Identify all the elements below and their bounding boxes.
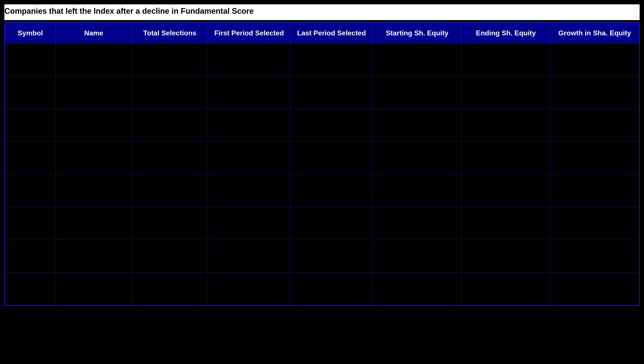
cell-last_period: [290, 142, 373, 174]
cell-growth_equity: [550, 142, 639, 174]
cell-growth_equity: [550, 207, 639, 240]
cell-starting_equity: [373, 174, 462, 207]
cell-growth_equity: [550, 240, 639, 273]
cell-total_selections: [132, 76, 208, 109]
cell-last_period: [290, 109, 373, 142]
cell-symbol: [5, 207, 56, 240]
cell-symbol: [5, 142, 56, 174]
table-header-row: Symbol Name Total Selections First Perio…: [5, 23, 639, 44]
cell-growth_equity: [550, 109, 639, 142]
table-row: [5, 240, 639, 273]
cell-starting_equity: [373, 240, 462, 273]
cell-total_selections: [132, 240, 208, 273]
cell-starting_equity: [373, 142, 462, 174]
cell-ending_equity: [462, 273, 550, 306]
cell-name: [56, 240, 132, 273]
col-header-ending-equity: Ending Sh. Equity: [462, 23, 550, 44]
cell-starting_equity: [373, 207, 462, 240]
table-row: [5, 142, 639, 174]
cell-total_selections: [132, 174, 208, 207]
cell-symbol: [5, 273, 56, 306]
cell-first_period: [208, 76, 290, 109]
cell-ending_equity: [462, 174, 550, 207]
cell-last_period: [290, 76, 373, 109]
col-header-growth-equity: Growth in Sha. Equity: [550, 23, 639, 44]
cell-name: [56, 273, 132, 306]
col-header-first-period: First Period Selected: [208, 23, 290, 44]
table-row: [5, 273, 639, 306]
col-header-symbol: Symbol: [5, 23, 56, 44]
col-header-starting-equity: Starting Sh. Equity: [373, 23, 462, 44]
cell-last_period: [290, 174, 373, 207]
cell-growth_equity: [550, 273, 639, 306]
cell-total_selections: [132, 44, 208, 76]
cell-starting_equity: [373, 109, 462, 142]
table-row: [5, 76, 639, 109]
companies-table: Symbol Name Total Selections First Perio…: [5, 23, 639, 306]
cell-total_selections: [132, 142, 208, 174]
cell-last_period: [290, 44, 373, 76]
cell-first_period: [208, 142, 290, 174]
cell-ending_equity: [462, 142, 550, 174]
cell-ending_equity: [462, 240, 550, 273]
cell-first_period: [208, 207, 290, 240]
cell-last_period: [290, 240, 373, 273]
cell-starting_equity: [373, 273, 462, 306]
table-row: [5, 44, 639, 76]
cell-symbol: [5, 76, 56, 109]
cell-first_period: [208, 174, 290, 207]
cell-total_selections: [132, 109, 208, 142]
cell-starting_equity: [373, 76, 462, 109]
cell-name: [56, 44, 132, 76]
page-title: Companies that left the Index after a de…: [4, 4, 640, 20]
col-header-name: Name: [56, 23, 132, 44]
cell-first_period: [208, 240, 290, 273]
cell-last_period: [290, 273, 373, 306]
cell-growth_equity: [550, 44, 639, 76]
cell-first_period: [208, 273, 290, 306]
cell-name: [56, 109, 132, 142]
cell-ending_equity: [462, 207, 550, 240]
cell-name: [56, 76, 132, 109]
cell-starting_equity: [373, 44, 462, 76]
cell-symbol: [5, 174, 56, 207]
cell-growth_equity: [550, 174, 639, 207]
cell-ending_equity: [462, 44, 550, 76]
col-header-last-period: Last Period Selected: [290, 23, 373, 44]
cell-total_selections: [132, 273, 208, 306]
main-table-container: Symbol Name Total Selections First Perio…: [4, 22, 640, 306]
cell-total_selections: [132, 207, 208, 240]
cell-ending_equity: [462, 109, 550, 142]
cell-symbol: [5, 240, 56, 273]
table-row: [5, 207, 639, 240]
cell-name: [56, 174, 132, 207]
table-row: [5, 109, 639, 142]
cell-name: [56, 207, 132, 240]
table-row: [5, 174, 639, 207]
cell-last_period: [290, 207, 373, 240]
cell-symbol: [5, 44, 56, 76]
cell-symbol: [5, 109, 56, 142]
col-header-total-selections: Total Selections: [132, 23, 208, 44]
cell-first_period: [208, 44, 290, 76]
cell-name: [56, 142, 132, 174]
cell-growth_equity: [550, 76, 639, 109]
cell-first_period: [208, 109, 290, 142]
cell-ending_equity: [462, 76, 550, 109]
